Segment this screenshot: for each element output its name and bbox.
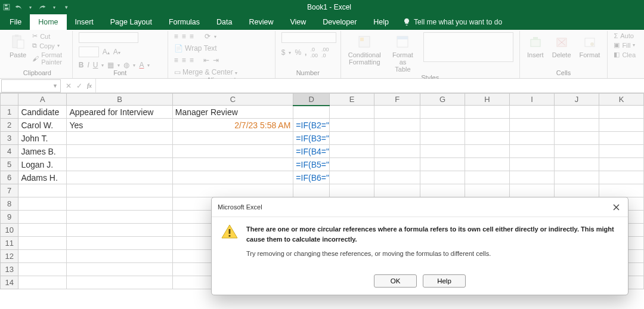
- increase-decimal-icon[interactable]: .0.00: [310, 47, 318, 58]
- cell-J3[interactable]: [555, 132, 599, 145]
- cell-B13[interactable]: [67, 263, 172, 276]
- cell-E1[interactable]: [330, 106, 374, 119]
- fill-color-icon[interactable]: ◍: [123, 61, 129, 69]
- tab-data[interactable]: Data: [208, 14, 240, 30]
- align-right-icon[interactable]: ≡: [190, 56, 194, 64]
- cell-A5[interactable]: Logan J.: [18, 158, 67, 171]
- orientation-icon[interactable]: ⟳: [205, 32, 210, 41]
- cell-B11[interactable]: [67, 237, 172, 250]
- cell-G6[interactable]: [420, 171, 465, 184]
- formula-input[interactable]: [95, 79, 644, 92]
- format-cells-button[interactable]: Format: [578, 32, 602, 60]
- cell-B3[interactable]: [67, 132, 172, 145]
- cell-F6[interactable]: [374, 171, 420, 184]
- cell-D1[interactable]: [293, 106, 330, 119]
- cell-F4[interactable]: [374, 145, 420, 158]
- tab-review[interactable]: Review: [240, 14, 281, 30]
- tab-formulas[interactable]: Formulas: [160, 14, 208, 30]
- format-as-table-button[interactable]: Format as Table: [389, 32, 416, 74]
- cell-A7[interactable]: [18, 184, 67, 197]
- tab-home[interactable]: Home: [30, 14, 66, 30]
- cell-C5[interactable]: [172, 158, 293, 171]
- clear-button[interactable]: ◧Clea: [614, 51, 636, 58]
- cell-K3[interactable]: [599, 132, 643, 145]
- comma-button[interactable]: ,: [305, 48, 306, 57]
- cell-J7[interactable]: [555, 184, 599, 197]
- currency-button[interactable]: $: [281, 48, 286, 57]
- row-header-5[interactable]: 5: [1, 158, 18, 171]
- cell-B6[interactable]: [67, 171, 172, 184]
- cell-H3[interactable]: [465, 132, 510, 145]
- column-header-D[interactable]: D: [293, 94, 330, 106]
- cell-I5[interactable]: [510, 158, 555, 171]
- format-painter-button[interactable]: 🖌Format Painter: [32, 51, 66, 66]
- cell-H6[interactable]: [465, 171, 510, 184]
- cell-C4[interactable]: [172, 145, 293, 158]
- tell-me-search[interactable]: Tell me what you want to do: [397, 18, 508, 26]
- cell-E6[interactable]: [330, 171, 374, 184]
- redo-menu-icon[interactable]: ▾: [50, 3, 58, 11]
- cell-F1[interactable]: [374, 106, 420, 119]
- row-header-1[interactable]: 1: [1, 106, 18, 119]
- indent-decrease-icon[interactable]: ⇤: [203, 56, 209, 64]
- redo-icon[interactable]: [38, 3, 47, 11]
- column-header-B[interactable]: B: [67, 94, 172, 106]
- dialog-help-button[interactable]: Help: [423, 274, 466, 288]
- cell-A4[interactable]: James B.: [18, 145, 67, 158]
- cell-E2[interactable]: [330, 119, 374, 132]
- wrap-text-button[interactable]: 📄 Wrap Text: [174, 44, 217, 52]
- cell-F2[interactable]: [374, 119, 420, 132]
- align-bottom-icon[interactable]: ≡: [190, 32, 194, 41]
- qat-customize-icon[interactable]: ▾: [62, 3, 70, 11]
- cell-I7[interactable]: [510, 184, 555, 197]
- cell-K4[interactable]: [599, 145, 643, 158]
- cell-B14[interactable]: [67, 276, 172, 289]
- cell-I3[interactable]: [510, 132, 555, 145]
- column-header-I[interactable]: I: [510, 94, 555, 106]
- autosum-button[interactable]: ΣAuto: [614, 32, 636, 39]
- conditional-formatting-button[interactable]: Conditional Formatting: [347, 32, 382, 67]
- row-header-2[interactable]: 2: [1, 119, 18, 132]
- row-header-9[interactable]: 9: [1, 211, 18, 224]
- cut-button[interactable]: ✂Cut: [32, 32, 66, 40]
- align-left-icon[interactable]: ≡: [174, 56, 178, 64]
- increase-font-icon[interactable]: A▴: [103, 48, 110, 56]
- cell-E5[interactable]: [330, 158, 374, 171]
- cell-B2[interactable]: Yes: [67, 119, 172, 132]
- row-header-10[interactable]: 10: [1, 224, 18, 237]
- cell-B7[interactable]: [67, 184, 172, 197]
- cell-E4[interactable]: [330, 145, 374, 158]
- chevron-down-icon[interactable]: ▼: [52, 83, 58, 89]
- column-header-E[interactable]: E: [330, 94, 374, 106]
- column-header-A[interactable]: A: [18, 94, 67, 106]
- cell-A1[interactable]: Candidate: [18, 106, 67, 119]
- cell-D2[interactable]: =IF(B2="YES",IF(C2="",NOW(),C2),""): [293, 119, 330, 132]
- undo-icon[interactable]: [14, 3, 23, 11]
- cell-C1[interactable]: Manager Review: [172, 106, 293, 119]
- percent-button[interactable]: %: [295, 48, 301, 57]
- cell-B10[interactable]: [67, 224, 172, 237]
- cell-A8[interactable]: [18, 197, 67, 211]
- fill-button[interactable]: ▣Fill▾: [614, 41, 636, 49]
- cell-I4[interactable]: [510, 145, 555, 158]
- cancel-formula-icon[interactable]: ✕: [66, 82, 72, 90]
- row-header-8[interactable]: 8: [1, 197, 18, 211]
- delete-cells-button[interactable]: Delete: [551, 32, 572, 60]
- undo-menu-icon[interactable]: ▾: [26, 3, 35, 11]
- row-header-3[interactable]: 3: [1, 132, 18, 145]
- cell-H5[interactable]: [465, 158, 510, 171]
- italic-button[interactable]: I: [87, 61, 89, 69]
- cell-E3[interactable]: [330, 132, 374, 145]
- merge-center-button[interactable]: ▭ Merge & Center ▾: [174, 68, 237, 76]
- cell-J1[interactable]: [555, 106, 599, 119]
- row-header-11[interactable]: 11: [1, 237, 18, 250]
- cell-I2[interactable]: [510, 119, 555, 132]
- select-all-corner[interactable]: [1, 94, 18, 106]
- cell-B8[interactable]: [67, 197, 172, 211]
- tab-help[interactable]: Help: [365, 14, 397, 30]
- column-header-C[interactable]: C: [172, 94, 293, 106]
- cell-A13[interactable]: [18, 263, 67, 276]
- row-header-6[interactable]: 6: [1, 171, 18, 184]
- cell-C7[interactable]: [172, 184, 293, 197]
- cell-J4[interactable]: [555, 145, 599, 158]
